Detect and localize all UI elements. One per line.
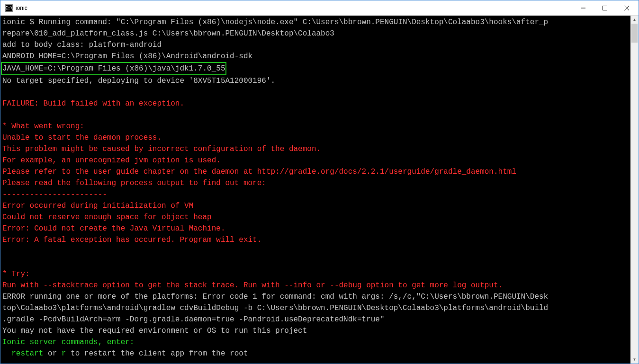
terminal-line: Please refer to the user guide chapter o… (2, 166, 629, 178)
terminal-line: For example, an unrecognized jvm option … (2, 155, 629, 166)
scroll-thumb[interactable] (631, 24, 638, 43)
terminal-line: ----------------------- (2, 189, 629, 200)
close-icon (624, 6, 629, 10)
terminal-line: Please read the following process output… (2, 178, 629, 189)
terminal-line: Run with --stacktrace option to get the … (2, 280, 629, 291)
terminal-line: Could not reserve enough space for objec… (2, 212, 629, 223)
terminal-line: Ionic server commands, enter: (2, 337, 629, 348)
terminal-output[interactable]: ionic $ Running command: "C:\Program Fil… (0, 16, 630, 364)
terminal-line: Unable to start the daemon process. (2, 132, 629, 143)
window-controls (572, 0, 638, 15)
terminal-line: Error: Could not create the Java Virtual… (2, 223, 629, 234)
svg-rect-1 (603, 6, 607, 10)
terminal-line: ANDROID_HOME=C:\Program Files (x86)\Andr… (2, 51, 629, 62)
maximize-button[interactable] (594, 0, 616, 15)
terminal-line: No target specified, deploying to device… (2, 75, 629, 87)
terminal-line (2, 257, 629, 268)
terminal-span: to restart the client app from the root (66, 349, 248, 358)
terminal-line (2, 246, 629, 257)
terminal-span: or (43, 349, 61, 358)
terminal-span: r (62, 349, 66, 358)
close-button[interactable] (616, 0, 638, 15)
terminal-line: top\Colaabo3\platforms\android\gradlew c… (2, 302, 629, 314)
terminal-line: .gradle -PcdvBuildArch=arm -Dorg.gradle.… (2, 314, 629, 325)
terminal-line: ERROR running one or more of the platfor… (2, 291, 629, 302)
scroll-down-arrow-icon[interactable]: ▼ (630, 355, 639, 364)
titlebar: C:\ ionic (0, 0, 639, 16)
terminal-line: repare\010_add_platform_class.js C:\User… (2, 28, 629, 39)
terminal-line: restart or r to restart the client app f… (2, 348, 629, 359)
terminal-line: * What went wrong: (2, 121, 629, 132)
terminal-line (2, 109, 629, 121)
terminal-line: JAVA_HOME=C:\Program Files (x86)\java\jd… (2, 62, 629, 75)
terminal-line: Error occurred during initialization of … (2, 200, 629, 212)
vertical-scrollbar[interactable]: ▲ ▼ (630, 16, 639, 364)
terminal-span: restart (2, 349, 43, 358)
minimize-icon (581, 6, 585, 10)
terminal-line: This problem might be caused by incorrec… (2, 143, 629, 155)
terminal-line: add to body class: platform-android (2, 39, 629, 51)
highlighted-line: JAVA_HOME=C:\Program Files (x86)\java\jd… (1, 62, 226, 75)
minimize-button[interactable] (572, 0, 594, 15)
terminal-line: FAILURE: Build failed with an exception. (2, 98, 629, 109)
terminal-line: * Try: (2, 268, 629, 280)
maximize-icon (603, 6, 607, 10)
window-title: ionic (16, 5, 572, 11)
terminal-line: You may not have the required environmen… (2, 325, 629, 337)
app-icon: C:\ (5, 4, 13, 12)
terminal-line (2, 87, 629, 98)
terminal-container: ionic $ Running command: "C:\Program Fil… (0, 16, 639, 364)
scroll-up-arrow-icon[interactable]: ▲ (630, 16, 639, 24)
terminal-line: ionic $ Running command: "C:\Program Fil… (2, 17, 629, 28)
terminal-line: Error: A fatal exception has occurred. P… (2, 234, 629, 246)
